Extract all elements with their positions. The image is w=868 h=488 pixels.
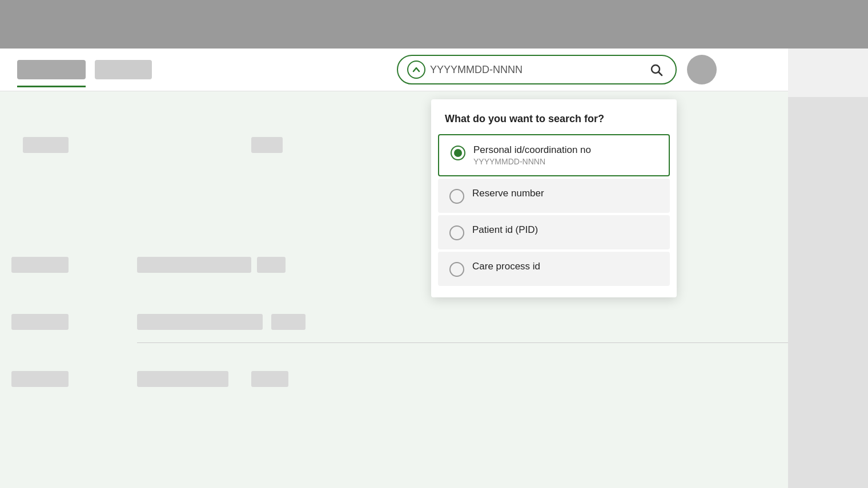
bg-element-1 bbox=[23, 137, 69, 153]
divider bbox=[137, 342, 788, 343]
option-reserve-number[interactable]: Reserve number bbox=[438, 179, 670, 213]
top-bar bbox=[0, 0, 868, 49]
bg-element-2 bbox=[251, 137, 283, 153]
radio-reserve-number bbox=[449, 189, 464, 204]
bg-element-7 bbox=[137, 314, 263, 330]
radio-personal-id bbox=[451, 146, 465, 160]
option-personal-id-label: Personal id/coordination no bbox=[473, 144, 591, 156]
bg-element-11 bbox=[251, 371, 288, 387]
bg-element-3 bbox=[11, 257, 69, 273]
bg-element-4 bbox=[137, 257, 251, 273]
svg-line-1 bbox=[659, 72, 662, 76]
search-input[interactable] bbox=[430, 64, 641, 76]
search-dropdown: What do you want to search for? Personal… bbox=[431, 99, 677, 297]
bg-element-5 bbox=[257, 257, 286, 273]
search-bar bbox=[397, 55, 677, 84]
bg-element-6 bbox=[11, 314, 69, 330]
dropdown-title: What do you want to search for? bbox=[431, 99, 677, 134]
right-panel bbox=[788, 97, 868, 488]
bg-element-8 bbox=[271, 314, 306, 330]
main-area: What do you want to search for? Personal… bbox=[0, 49, 868, 488]
search-icon-button[interactable] bbox=[646, 59, 666, 80]
chevron-up-button[interactable] bbox=[407, 61, 425, 79]
content-background: What do you want to search for? Personal… bbox=[0, 49, 788, 488]
option-personal-id[interactable]: Personal id/coordination no YYYYMMDD-NNN… bbox=[438, 134, 670, 176]
option-care-process-id-label: Care process id bbox=[472, 261, 540, 272]
tab-active[interactable] bbox=[17, 60, 86, 79]
bg-element-9 bbox=[11, 371, 69, 387]
tab-secondary[interactable] bbox=[95, 60, 152, 79]
option-patient-id-label: Patient id (PID) bbox=[472, 224, 538, 236]
radio-patient-id bbox=[449, 225, 464, 240]
radio-care-process-id bbox=[449, 262, 464, 277]
option-care-process-id[interactable]: Care process id bbox=[438, 252, 670, 286]
search-bar-container: What do you want to search for? Personal… bbox=[397, 55, 677, 84]
bg-element-10 bbox=[137, 371, 228, 387]
option-personal-id-sublabel: YYYYMMDD-NNNN bbox=[473, 157, 591, 166]
avatar[interactable] bbox=[687, 55, 717, 84]
option-reserve-number-label: Reserve number bbox=[472, 188, 544, 199]
option-patient-id[interactable]: Patient id (PID) bbox=[438, 215, 670, 249]
nav-header: What do you want to search for? Personal… bbox=[0, 49, 788, 91]
